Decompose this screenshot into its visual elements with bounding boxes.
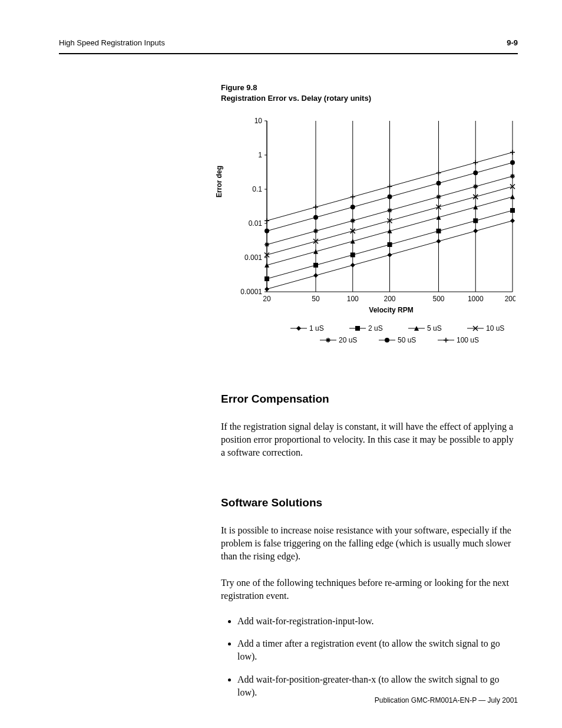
chart-xlabel: Velocity RPM [267,306,515,314]
heading-error-compensation: Error Compensation [221,391,518,407]
svg-text:100: 100 [347,295,359,303]
legend-item: 100 uS [438,336,484,344]
svg-text:0.1: 0.1 [252,185,262,193]
svg-point-80 [388,195,392,199]
legend-label: 10 uS [486,324,504,332]
legend-item: 2 uS [349,324,395,332]
svg-point-78 [313,215,318,220]
figure-number: Figure 9.8 [221,83,371,93]
svg-rect-33 [473,218,478,223]
svg-rect-31 [388,242,392,247]
svg-text:1: 1 [258,151,262,159]
legend-label: 1 uS [309,324,324,332]
paragraph: If the registration signal delay is cons… [221,420,518,460]
page-header: High Speed Registration Inputs 9-9 [59,38,518,47]
list-item: Add wait-for-registration-input-low. [237,615,518,628]
svg-point-82 [473,170,478,175]
legend-item: 10 uS [467,324,513,332]
svg-text:2000: 2000 [505,295,515,303]
header-rule [59,53,518,54]
legend-label: 20 uS [339,336,357,344]
legend-label: 50 uS [398,336,416,344]
svg-point-77 [265,229,269,233]
svg-text:0.0001: 0.0001 [240,288,262,296]
legend-item: 1 uS [290,324,336,332]
svg-text:200: 200 [384,295,395,303]
figure-title: Registration Error vs. Delay (rotary uni… [221,93,371,104]
svg-text:0.001: 0.001 [244,253,262,262]
svg-rect-29 [313,263,318,268]
svg-point-83 [510,160,515,165]
svg-text:50: 50 [312,295,320,303]
legend-item: 5 uS [408,324,454,332]
svg-text:500: 500 [432,295,444,303]
paragraph: Try one of the following techniques befo… [221,577,518,603]
legend-item: 20 uS [320,336,366,344]
legend-label: 2 uS [368,324,383,332]
svg-rect-28 [265,276,269,281]
list-item: Add wait-for-position-greater-than-x (to… [237,673,518,700]
svg-point-79 [351,205,355,209]
chart-ylabel: Error deg [215,166,223,197]
svg-text:20: 20 [263,295,271,303]
svg-text:10: 10 [254,117,263,125]
chart-legend: 1 uS2 uS5 uS10 uS20 uS50 uS100 uS [277,324,527,348]
section-error-compensation: Error Compensation If the registration s… [221,391,518,460]
svg-text:1000: 1000 [468,295,484,303]
header-page-number: 9-9 [507,38,518,47]
techniques-list: Add wait-for-registration-input-low.Add … [221,615,518,700]
svg-rect-100 [355,326,360,331]
svg-point-111 [385,338,389,342]
legend-label: 5 uS [427,324,442,332]
legend-item: 50 uS [379,336,425,344]
svg-rect-30 [351,252,355,257]
header-title: High Speed Registration Inputs [59,38,165,47]
publication-footer: Publication GMC-RM001A-EN-P — July 2001 [375,696,518,704]
heading-software-solutions: Software Solutions [221,495,518,511]
svg-text:0.01: 0.01 [249,219,263,228]
list-item: Add a timer after a registration event (… [237,637,518,664]
section-software-solutions: Software Solutions It is possible to inc… [221,495,518,709]
svg-rect-32 [436,229,441,233]
figure-caption: Figure 9.8 Registration Error vs. Delay … [221,83,371,103]
svg-rect-34 [510,208,515,213]
svg-point-81 [436,181,441,186]
paragraph: It is possible to increase noise resista… [221,524,518,564]
legend-label: 100 uS [457,336,479,344]
